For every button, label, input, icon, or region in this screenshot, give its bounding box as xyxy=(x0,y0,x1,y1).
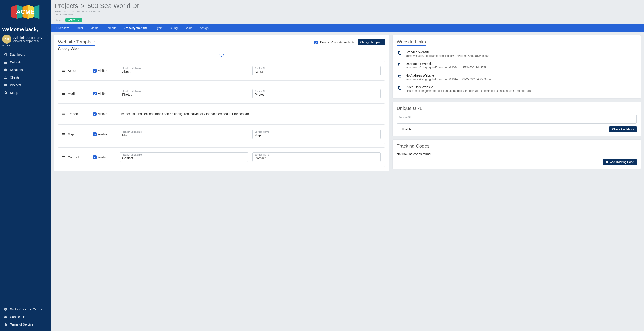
field-label: Header Link Name xyxy=(122,90,142,92)
drag-handle-icon[interactable] xyxy=(62,133,66,136)
card-title: Website Links xyxy=(396,39,426,46)
section-name-input[interactable] xyxy=(252,66,381,75)
check-availability-button[interactable]: Check Availability xyxy=(610,126,636,132)
folder-icon xyxy=(4,83,8,87)
section-name-input[interactable] xyxy=(252,89,381,98)
drag-handle-icon[interactable] xyxy=(62,112,66,115)
drag-handle-icon[interactable] xyxy=(62,156,66,159)
tab-flyers[interactable]: Flyers xyxy=(151,24,166,32)
website-template-card: Website Template Classy-Wide Enable Prop… xyxy=(54,35,389,171)
status-pill[interactable]: Active ⌄ xyxy=(65,18,82,22)
foot-item-resource-center[interactable]: ? Go to Resource Center xyxy=(0,306,50,313)
chevron-down-icon: ⌄ xyxy=(45,91,47,94)
svg-rect-36 xyxy=(399,75,401,78)
svg-rect-34 xyxy=(399,64,401,66)
welcome-text: Welcome back, xyxy=(0,23,50,33)
svg-rect-28 xyxy=(62,156,66,157)
breadcrumb-root[interactable]: Projects xyxy=(54,2,78,9)
foot-item-contact[interactable]: Contact Us xyxy=(0,313,50,321)
plus-icon xyxy=(606,161,609,164)
tab-property-website[interactable]: Property Website xyxy=(120,24,151,32)
copy-icon[interactable] xyxy=(398,74,402,78)
copy-icon[interactable] xyxy=(398,62,402,66)
enable-property-website-checkbox[interactable] xyxy=(314,41,318,44)
field-label: Section Name xyxy=(254,90,270,92)
mail-icon xyxy=(4,315,8,319)
unique-url-enable-checkbox[interactable] xyxy=(396,128,400,131)
visible-checkbox[interactable] xyxy=(93,92,96,95)
svg-rect-19 xyxy=(62,92,66,93)
row-name: Embed xyxy=(68,112,78,116)
svg-rect-18 xyxy=(62,71,66,72)
link-title: Video Only Website xyxy=(406,85,531,89)
nav-item-setup[interactable]: Setup ⌄ xyxy=(0,89,50,97)
field-label: Header Link Name xyxy=(122,153,142,156)
website-url-input-wrap[interactable]: Website URL xyxy=(396,114,636,123)
svg-rect-9 xyxy=(5,69,6,69)
breadcrumb-sep: > xyxy=(81,2,85,9)
tracking-codes-card: Tracking Codes No tracking codes found A… xyxy=(392,139,641,169)
main: Projects > 500 Sea World Dr Project ID:6… xyxy=(50,0,644,331)
user-name: Administrator Barry xyxy=(14,36,42,39)
copy-icon[interactable] xyxy=(398,86,402,90)
tab-media[interactable]: Media xyxy=(87,24,102,32)
svg-rect-7 xyxy=(4,61,7,62)
row-name: Contact xyxy=(68,155,79,159)
foot-item-tos[interactable]: Terms of Service xyxy=(0,321,50,328)
nav-label: Dashboard xyxy=(10,53,26,56)
section-name-input[interactable] xyxy=(252,130,381,139)
tab-order[interactable]: Order xyxy=(72,24,87,32)
tab-share[interactable]: Share xyxy=(181,24,196,32)
nav-item-dashboard[interactable]: Dashboard xyxy=(0,51,50,58)
svg-point-10 xyxy=(5,76,6,77)
visible-checkbox[interactable] xyxy=(93,69,96,72)
row-name: Media xyxy=(68,92,76,95)
nav-item-calendar[interactable]: Calendar xyxy=(0,58,50,66)
tabbar: Overview Order Media Embeds Property Web… xyxy=(50,24,644,32)
visible-checkbox[interactable] xyxy=(93,112,96,116)
chevron-down-icon[interactable]: ⌄ xyxy=(46,34,49,37)
briefcase-icon xyxy=(4,68,8,72)
link-title: Branded Website xyxy=(406,50,490,54)
visible-label: Visible xyxy=(98,155,107,159)
help-icon: ? xyxy=(4,308,8,311)
svg-rect-30 xyxy=(62,158,66,158)
row-name: Map xyxy=(68,132,74,136)
unique-url-enable-label: Enable xyxy=(402,128,412,131)
svg-rect-23 xyxy=(62,114,66,114)
card-title: Unique URL xyxy=(396,105,422,112)
section-name-input[interactable] xyxy=(252,152,381,162)
section-row-map: Map Visible Header Link Name Section Nam… xyxy=(58,124,385,144)
tab-assign[interactable]: Assign xyxy=(196,24,212,32)
doc-icon xyxy=(4,323,8,326)
visible-checkbox[interactable] xyxy=(93,132,96,136)
field-label: Section Name xyxy=(254,153,270,156)
copy-icon[interactable] xyxy=(398,51,402,55)
field-label: Section Name xyxy=(254,130,270,133)
main-nav: Dashboard Calendar Accounts Clients Proj… xyxy=(0,49,50,303)
svg-rect-29 xyxy=(62,157,66,157)
change-template-button[interactable]: Change Template xyxy=(358,39,385,45)
link-item-no-address: No Address Website acme-mls.v2stage.gofu… xyxy=(396,71,636,83)
tab-embeds[interactable]: Embeds xyxy=(102,24,120,32)
tab-overview[interactable]: Overview xyxy=(53,24,72,32)
row-name: About xyxy=(68,69,76,72)
drag-handle-icon[interactable] xyxy=(62,69,66,72)
tab-billing[interactable]: Billing xyxy=(166,24,181,32)
svg-rect-24 xyxy=(62,114,66,115)
svg-point-11 xyxy=(6,77,7,77)
calendar-icon xyxy=(4,60,8,64)
add-tracking-code-button[interactable]: Add Tracking Code xyxy=(603,159,636,165)
visible-checkbox[interactable] xyxy=(93,155,96,159)
acme-logo-icon: ACME xyxy=(10,3,41,21)
nav-item-accounts[interactable]: Accounts xyxy=(0,66,50,74)
nav-item-projects[interactable]: Projects xyxy=(0,81,50,89)
section-row-embed: Embed Visible Header link and section na… xyxy=(58,107,385,121)
nav-item-clients[interactable]: Clients xyxy=(0,74,50,81)
svg-rect-26 xyxy=(62,134,66,134)
user-block[interactable]: AB Administrator Barry email@example.com… xyxy=(0,33,50,43)
link-url: acme-mls.v2stage.gofullframe.com/61044b1… xyxy=(406,66,489,69)
user-email: email@example.com xyxy=(14,39,42,43)
drag-handle-icon[interactable] xyxy=(62,92,66,95)
nav-label: Accounts xyxy=(10,68,23,72)
